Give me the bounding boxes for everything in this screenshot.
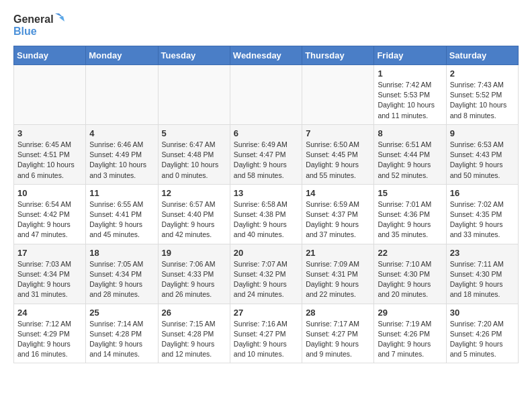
day-number: 9 bbox=[450, 128, 515, 138]
logo: GeneralBlue bbox=[13, 11, 67, 39]
svg-marker-3 bbox=[59, 16, 64, 21]
header: GeneralBlue bbox=[13, 11, 519, 39]
calendar-cell: 4Sunrise: 6:46 AM Sunset: 4:49 PM Daylig… bbox=[86, 124, 158, 184]
day-info: Sunrise: 6:58 AM Sunset: 4:38 PM Dayligh… bbox=[234, 199, 298, 240]
weekday-header-wednesday: Wednesday bbox=[230, 46, 302, 65]
day-number: 15 bbox=[378, 188, 442, 198]
day-number: 7 bbox=[306, 128, 370, 138]
weekday-header-saturday: Saturday bbox=[446, 46, 518, 65]
calendar-cell: 13Sunrise: 6:58 AM Sunset: 4:38 PM Dayli… bbox=[230, 184, 302, 244]
logo-svg: GeneralBlue bbox=[13, 11, 67, 39]
calendar-cell: 16Sunrise: 7:02 AM Sunset: 4:35 PM Dayli… bbox=[446, 184, 518, 244]
svg-text:Blue: Blue bbox=[13, 26, 37, 37]
day-info: Sunrise: 6:46 AM Sunset: 4:49 PM Dayligh… bbox=[89, 140, 154, 181]
day-info: Sunrise: 6:59 AM Sunset: 4:37 PM Dayligh… bbox=[306, 199, 370, 240]
day-number: 2 bbox=[450, 68, 515, 79]
day-number: 17 bbox=[17, 248, 82, 258]
day-info: Sunrise: 6:50 AM Sunset: 4:45 PM Dayligh… bbox=[306, 140, 370, 181]
day-info: Sunrise: 6:53 AM Sunset: 4:43 PM Dayligh… bbox=[450, 140, 515, 181]
day-number: 8 bbox=[378, 128, 442, 138]
day-number: 12 bbox=[162, 188, 226, 198]
day-info: Sunrise: 7:02 AM Sunset: 4:35 PM Dayligh… bbox=[450, 199, 515, 240]
calendar-cell bbox=[14, 65, 86, 125]
calendar-cell: 19Sunrise: 7:06 AM Sunset: 4:33 PM Dayli… bbox=[158, 244, 230, 304]
calendar-cell: 14Sunrise: 6:59 AM Sunset: 4:37 PM Dayli… bbox=[302, 184, 374, 244]
calendar-cell: 22Sunrise: 7:10 AM Sunset: 4:30 PM Dayli… bbox=[374, 244, 446, 304]
day-info: Sunrise: 7:10 AM Sunset: 4:30 PM Dayligh… bbox=[378, 259, 442, 300]
calendar-cell: 28Sunrise: 7:17 AM Sunset: 4:27 PM Dayli… bbox=[302, 304, 374, 363]
week-row-2: 3Sunrise: 6:45 AM Sunset: 4:51 PM Daylig… bbox=[14, 124, 519, 184]
day-info: Sunrise: 7:20 AM Sunset: 4:26 PM Dayligh… bbox=[450, 319, 515, 360]
calendar-cell: 25Sunrise: 7:14 AM Sunset: 4:28 PM Dayli… bbox=[86, 304, 158, 363]
weekday-header-sunday: Sunday bbox=[14, 46, 86, 65]
day-info: Sunrise: 6:45 AM Sunset: 4:51 PM Dayligh… bbox=[17, 140, 82, 181]
day-number: 23 bbox=[450, 248, 515, 258]
week-row-1: 1Sunrise: 7:42 AM Sunset: 5:53 PM Daylig… bbox=[14, 65, 519, 125]
svg-text:General: General bbox=[13, 13, 54, 25]
calendar-cell bbox=[230, 65, 302, 125]
day-number: 4 bbox=[89, 128, 154, 138]
day-info: Sunrise: 6:47 AM Sunset: 4:48 PM Dayligh… bbox=[162, 140, 226, 181]
day-info: Sunrise: 7:06 AM Sunset: 4:33 PM Dayligh… bbox=[162, 259, 226, 300]
day-number: 30 bbox=[450, 308, 515, 318]
day-info: Sunrise: 6:57 AM Sunset: 4:40 PM Dayligh… bbox=[162, 199, 226, 240]
calendar-cell: 29Sunrise: 7:19 AM Sunset: 4:26 PM Dayli… bbox=[374, 304, 446, 363]
calendar-cell: 6Sunrise: 6:49 AM Sunset: 4:47 PM Daylig… bbox=[230, 124, 302, 184]
calendar-cell: 1Sunrise: 7:42 AM Sunset: 5:53 PM Daylig… bbox=[374, 65, 446, 125]
day-number: 26 bbox=[162, 308, 226, 318]
calendar-cell: 9Sunrise: 6:53 AM Sunset: 4:43 PM Daylig… bbox=[446, 124, 518, 184]
day-info: Sunrise: 7:14 AM Sunset: 4:28 PM Dayligh… bbox=[89, 319, 154, 360]
day-number: 29 bbox=[378, 308, 442, 318]
weekday-header-tuesday: Tuesday bbox=[158, 46, 230, 65]
day-number: 27 bbox=[234, 308, 298, 318]
day-info: Sunrise: 6:55 AM Sunset: 4:41 PM Dayligh… bbox=[89, 199, 154, 240]
day-number: 1 bbox=[378, 68, 442, 79]
day-number: 5 bbox=[162, 128, 226, 138]
calendar-cell: 5Sunrise: 6:47 AM Sunset: 4:48 PM Daylig… bbox=[158, 124, 230, 184]
calendar-cell: 7Sunrise: 6:50 AM Sunset: 4:45 PM Daylig… bbox=[302, 124, 374, 184]
weekday-header-row: SundayMondayTuesdayWednesdayThursdayFrid… bbox=[14, 46, 519, 65]
week-row-4: 17Sunrise: 7:03 AM Sunset: 4:34 PM Dayli… bbox=[14, 244, 519, 304]
calendar-cell: 24Sunrise: 7:12 AM Sunset: 4:29 PM Dayli… bbox=[14, 304, 86, 363]
day-info: Sunrise: 7:15 AM Sunset: 4:28 PM Dayligh… bbox=[162, 319, 226, 360]
day-info: Sunrise: 6:49 AM Sunset: 4:47 PM Dayligh… bbox=[234, 140, 298, 181]
calendar-cell: 12Sunrise: 6:57 AM Sunset: 4:40 PM Dayli… bbox=[158, 184, 230, 244]
weekday-header-friday: Friday bbox=[374, 46, 446, 65]
calendar-cell bbox=[158, 65, 230, 125]
day-number: 28 bbox=[306, 308, 370, 318]
day-info: Sunrise: 7:16 AM Sunset: 4:27 PM Dayligh… bbox=[234, 319, 298, 360]
calendar-cell: 26Sunrise: 7:15 AM Sunset: 4:28 PM Dayli… bbox=[158, 304, 230, 363]
day-info: Sunrise: 7:43 AM Sunset: 5:52 PM Dayligh… bbox=[450, 80, 515, 121]
calendar-cell: 8Sunrise: 6:51 AM Sunset: 4:44 PM Daylig… bbox=[374, 124, 446, 184]
calendar-cell: 30Sunrise: 7:20 AM Sunset: 4:26 PM Dayli… bbox=[446, 304, 518, 363]
day-info: Sunrise: 7:03 AM Sunset: 4:34 PM Dayligh… bbox=[17, 259, 82, 300]
calendar-cell: 21Sunrise: 7:09 AM Sunset: 4:31 PM Dayli… bbox=[302, 244, 374, 304]
day-info: Sunrise: 7:01 AM Sunset: 4:36 PM Dayligh… bbox=[378, 199, 442, 240]
day-number: 13 bbox=[234, 188, 298, 198]
calendar-cell: 27Sunrise: 7:16 AM Sunset: 4:27 PM Dayli… bbox=[230, 304, 302, 363]
day-info: Sunrise: 7:42 AM Sunset: 5:53 PM Dayligh… bbox=[378, 80, 442, 121]
day-number: 24 bbox=[17, 308, 82, 318]
day-number: 19 bbox=[162, 248, 226, 258]
week-row-3: 10Sunrise: 6:54 AM Sunset: 4:42 PM Dayli… bbox=[14, 184, 519, 244]
day-info: Sunrise: 7:19 AM Sunset: 4:26 PM Dayligh… bbox=[378, 319, 442, 360]
day-number: 10 bbox=[17, 188, 82, 198]
day-info: Sunrise: 7:17 AM Sunset: 4:27 PM Dayligh… bbox=[306, 319, 370, 360]
day-info: Sunrise: 7:11 AM Sunset: 4:30 PM Dayligh… bbox=[450, 259, 515, 300]
calendar-cell: 3Sunrise: 6:45 AM Sunset: 4:51 PM Daylig… bbox=[14, 124, 86, 184]
day-info: Sunrise: 7:05 AM Sunset: 4:34 PM Dayligh… bbox=[89, 259, 154, 300]
day-number: 18 bbox=[89, 248, 154, 258]
calendar-cell bbox=[86, 65, 158, 125]
day-number: 22 bbox=[378, 248, 442, 258]
week-row-5: 24Sunrise: 7:12 AM Sunset: 4:29 PM Dayli… bbox=[14, 304, 519, 363]
day-number: 25 bbox=[89, 308, 154, 318]
day-number: 21 bbox=[306, 248, 370, 258]
calendar-cell: 17Sunrise: 7:03 AM Sunset: 4:34 PM Dayli… bbox=[14, 244, 86, 304]
day-number: 16 bbox=[450, 188, 515, 198]
weekday-header-thursday: Thursday bbox=[302, 46, 374, 65]
weekday-header-monday: Monday bbox=[86, 46, 158, 65]
day-number: 11 bbox=[89, 188, 154, 198]
day-info: Sunrise: 6:51 AM Sunset: 4:44 PM Dayligh… bbox=[378, 140, 442, 181]
page: GeneralBlue SundayMondayTuesdayWednesday… bbox=[0, 0, 532, 374]
calendar-cell: 15Sunrise: 7:01 AM Sunset: 4:36 PM Dayli… bbox=[374, 184, 446, 244]
